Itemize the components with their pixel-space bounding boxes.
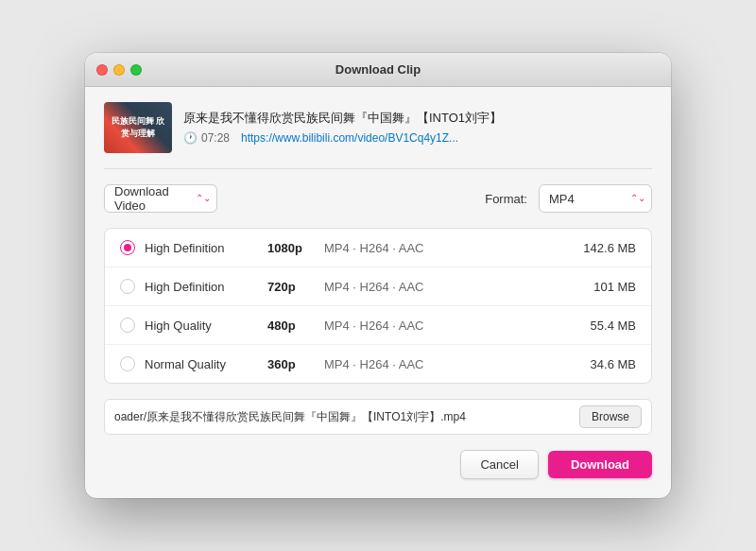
quality-name: Normal Quality xyxy=(145,357,267,371)
video-title: 原来是我不懂得欣赏民族民间舞『中国舞』【INTO1刘宇】 xyxy=(183,111,652,127)
quality-item[interactable]: Normal Quality360pMP4 · H264 · AAC34.6 M… xyxy=(105,345,651,383)
quality-resolution: 480p xyxy=(267,319,324,333)
quality-codec: MP4 · H264 · AAC xyxy=(324,280,570,294)
radio-button[interactable] xyxy=(120,279,135,294)
quality-name: High Quality xyxy=(145,319,267,333)
maximize-button[interactable] xyxy=(130,64,142,76)
quality-codec: MP4 · H264 · AAC xyxy=(324,357,570,371)
quality-codec: MP4 · H264 · AAC xyxy=(324,319,570,333)
quality-item[interactable]: High Definition1080pMP4 · H264 · AAC142.… xyxy=(105,229,651,267)
video-details: 🕐 07:28 https://www.bilibili.com/video/B… xyxy=(183,131,652,145)
download-type-wrapper: Download Video Download Audio Download V… xyxy=(104,184,217,213)
format-select-wrapper: MP4 MKV AVI MP4 xyxy=(539,184,652,213)
cancel-button[interactable]: Cancel xyxy=(460,450,538,479)
filepath-row: oader/原来是我不懂得欣赏民族民间舞『中国舞』【INTO1刘宇】.mp4 B… xyxy=(104,399,652,435)
quality-list: High Definition1080pMP4 · H264 · AAC142.… xyxy=(104,228,652,384)
quality-name: High Definition xyxy=(145,241,267,255)
quality-resolution: 360p xyxy=(267,357,324,371)
radio-button[interactable] xyxy=(120,356,135,371)
quality-item[interactable]: High Definition720pMP4 · H264 · AAC101 M… xyxy=(105,267,651,306)
video-url-link[interactable]: https://www.bilibili.com/video/BV1Cq4y1Z… xyxy=(241,131,458,145)
quality-size: 34.6 MB xyxy=(570,357,636,371)
radio-button[interactable] xyxy=(120,318,135,333)
video-thumbnail: 民族民间舞 欣赏与理解 xyxy=(104,102,172,153)
video-info-section: 民族民间舞 欣赏与理解 原来是我不懂得欣赏民族民间舞『中国舞』【INTO1刘宇】… xyxy=(104,102,652,169)
radio-button[interactable] xyxy=(120,240,135,255)
quality-resolution: 1080p xyxy=(267,241,324,255)
quality-size: 101 MB xyxy=(570,280,636,294)
video-duration: 🕐 07:28 xyxy=(183,131,230,145)
duration-value: 07:28 xyxy=(201,131,230,145)
download-button[interactable]: Download xyxy=(548,451,652,478)
quality-size: 55.4 MB xyxy=(570,319,636,333)
quality-codec: MP4 · H264 · AAC xyxy=(324,241,570,255)
close-button[interactable] xyxy=(96,64,108,76)
quality-resolution: 720p xyxy=(267,280,324,294)
quality-name: High Definition xyxy=(145,280,267,294)
traffic-lights xyxy=(96,64,142,76)
video-metadata: 原来是我不懂得欣赏民族民间舞『中国舞』【INTO1刘宇】 🕐 07:28 htt… xyxy=(183,111,652,146)
filepath-text: oader/原来是我不懂得欣赏民族民间舞『中国舞』【INTO1刘宇】.mp4 xyxy=(114,409,572,425)
quality-size: 142.6 MB xyxy=(570,241,636,255)
quality-item[interactable]: High Quality480pMP4 · H264 · AAC55.4 MB xyxy=(105,306,651,345)
minimize-button[interactable] xyxy=(113,64,125,76)
browse-button[interactable]: Browse xyxy=(579,405,642,428)
window-title: Download Clip xyxy=(335,62,421,77)
format-selection-row: Download Video Download Audio Download V… xyxy=(104,184,652,213)
dialog-content: 民族民间舞 欣赏与理解 原来是我不懂得欣赏民族民间舞『中国舞』【INTO1刘宇】… xyxy=(85,87,671,498)
action-buttons-row: Cancel Download xyxy=(104,450,652,479)
dialog-window: Download Clip 民族民间舞 欣赏与理解 原来是我不懂得欣赏民族民间舞… xyxy=(85,53,671,498)
format-label: Format: xyxy=(485,192,527,206)
titlebar: Download Clip xyxy=(85,53,671,87)
thumbnail-image: 民族民间舞 欣赏与理解 xyxy=(104,102,172,153)
clock-icon: 🕐 xyxy=(183,131,198,145)
